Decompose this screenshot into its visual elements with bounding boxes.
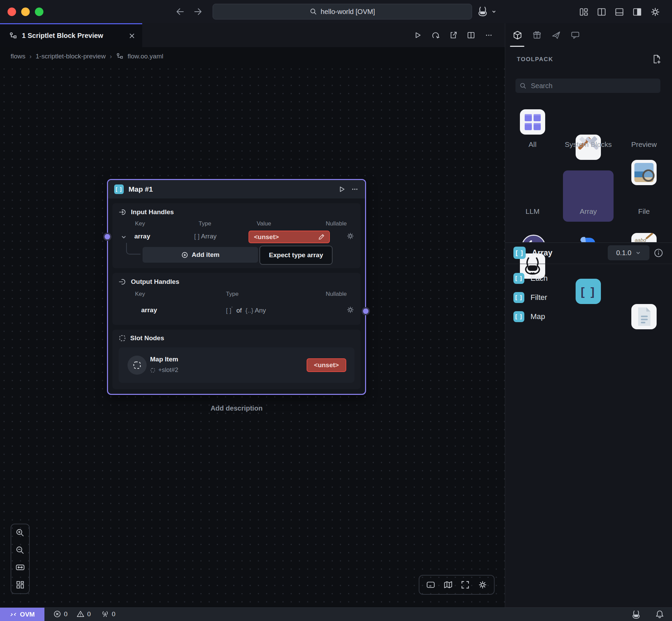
slot-avatar-icon — [127, 356, 147, 375]
slot-item-card[interactable]: Map Item +slot#2 <unset> — [119, 347, 354, 383]
column-header-key: Key — [135, 220, 145, 227]
breadcrumb-flow-folder[interactable]: 1-scriptlet-block-preview — [36, 53, 106, 60]
version-value: 0.1.0 — [616, 249, 631, 257]
problems-warnings[interactable]: 0 — [77, 610, 91, 618]
tool-file-icon[interactable] — [631, 304, 657, 329]
broadcast-count: 0 — [112, 610, 116, 618]
node-title: Map #1 — [129, 185, 333, 193]
output-row-type: [ ]ˇ of {..} Any — [226, 306, 266, 314]
minimap-icon[interactable] — [443, 580, 453, 590]
fullscreen-icon[interactable] — [460, 580, 470, 590]
tab-publish-rocket-icon[interactable] — [551, 30, 561, 40]
column-header-type: Type — [226, 291, 239, 298]
tool-preview-icon[interactable] — [631, 160, 657, 185]
zoom-out-icon[interactable] — [15, 546, 25, 555]
breadcrumb-flows[interactable]: flows — [11, 53, 25, 60]
broadcast-status[interactable]: 0 — [101, 610, 116, 618]
forward-button[interactable] — [193, 6, 203, 17]
breadcrumb: flows › 1-scriptlet-block-preview › flow… — [11, 51, 163, 61]
slot-value-badge[interactable]: <unset> — [307, 358, 346, 372]
run-node-icon[interactable] — [338, 185, 346, 193]
close-tab-icon[interactable] — [129, 32, 135, 39]
output-handles-section: Output Handles Key Type Nullable array [… — [112, 273, 361, 325]
edit-pencil-icon[interactable] — [318, 233, 325, 240]
new-toolpack-icon[interactable] — [651, 54, 662, 64]
array-item-each[interactable]: [ ] Each — [513, 273, 548, 284]
tool-llm-label: LLM — [507, 206, 558, 217]
tab-gift-icon[interactable] — [532, 30, 542, 40]
slot-nodes-icon — [119, 334, 126, 342]
version-select[interactable]: 0.1.0 — [608, 245, 649, 260]
canvas-settings-gear-icon[interactable] — [478, 580, 487, 590]
search-icon — [520, 82, 527, 89]
export-file-icon[interactable] — [449, 31, 458, 40]
remote-icon — [10, 611, 17, 618]
input-row-key: array — [134, 233, 150, 240]
settings-gear-icon[interactable] — [650, 7, 660, 17]
rabbit-logo-icon — [476, 5, 489, 18]
row-settings-gear-icon[interactable] — [346, 306, 354, 314]
toolpack-search-input[interactable] — [515, 79, 660, 93]
info-icon[interactable] — [654, 248, 663, 258]
assistant-status-icon[interactable] — [630, 608, 642, 620]
fit-view-icon[interactable] — [15, 563, 25, 572]
run-flow-icon[interactable] — [413, 31, 422, 40]
column-header-type: Type — [199, 220, 211, 227]
auto-layout-icon[interactable] — [15, 580, 25, 590]
tool-all-icon[interactable] — [520, 109, 545, 135]
array-item-label: Filter — [530, 293, 547, 302]
section-title: Output Handles — [131, 278, 179, 286]
tab-toolpack-cube-icon[interactable] — [512, 30, 523, 40]
app-window: hello-world [OVM] 1 Scriptlet Block Prev… — [0, 0, 672, 621]
zoom-in-icon[interactable] — [15, 528, 25, 538]
column-header-nullable: Nullable — [326, 291, 347, 298]
layout-grid-icon[interactable] — [579, 7, 589, 17]
input-handles-icon — [119, 208, 127, 216]
bottom-panel-icon[interactable] — [426, 580, 435, 590]
expand-row-chevron-icon[interactable] — [121, 234, 127, 240]
section-title: Slot Nodes — [130, 334, 164, 342]
toggle-right-panel-icon[interactable] — [632, 7, 642, 17]
breadcrumb-file[interactable]: flow.oo.yaml — [127, 53, 163, 60]
mode-label: OVM — [20, 611, 35, 618]
panel-divider — [505, 243, 672, 243]
split-columns-icon[interactable] — [597, 7, 606, 17]
output-handles-icon — [119, 278, 127, 286]
array-panel-title: Array — [532, 248, 552, 258]
array-item-map[interactable]: [ ] Map — [513, 311, 545, 322]
input-value-field[interactable]: <unset> — [248, 231, 330, 243]
maximize-window-button[interactable] — [35, 8, 43, 16]
minimize-window-button[interactable] — [21, 8, 30, 16]
rerun-icon[interactable] — [431, 31, 440, 40]
node-header[interactable]: [ ] Map #1 — [108, 180, 365, 198]
add-description-button[interactable]: Add description — [107, 404, 366, 412]
array-item-filter[interactable]: [ ] Filter — [513, 292, 547, 303]
split-rows-icon[interactable] — [615, 7, 624, 17]
global-search-bar[interactable]: hello-world [OVM] — [213, 4, 472, 19]
tab-scriptlet-block-preview[interactable]: 1 Scriptlet Block Preview — [0, 23, 142, 47]
assistant-menu-button[interactable] — [476, 5, 496, 18]
panel-divider — [505, 264, 672, 264]
map-node[interactable]: [ ] Map #1 Input Handles Key Type Value … — [107, 179, 366, 395]
toolpack-search-field[interactable] — [530, 82, 656, 90]
row-settings-gear-icon[interactable] — [346, 232, 354, 240]
back-button[interactable] — [175, 6, 185, 17]
problems-errors[interactable]: 0 — [53, 610, 68, 618]
tool-array-icon[interactable]: [ ] — [576, 279, 601, 304]
close-window-button[interactable] — [8, 8, 16, 16]
slot-nodes-section: Slot Nodes Map Item +slot#2 <unset> — [112, 330, 361, 389]
notifications-bell-icon[interactable] — [655, 609, 664, 619]
remote-mode-button[interactable]: OVM — [0, 608, 44, 621]
split-editor-icon[interactable] — [467, 31, 475, 40]
tab-comments-icon[interactable] — [570, 30, 580, 40]
array-block-icon: [ ] — [513, 311, 524, 322]
output-connection-handle[interactable] — [362, 307, 370, 315]
array-item-label: Each — [530, 274, 548, 283]
sidebar-tabs — [505, 23, 672, 47]
add-item-button[interactable]: Add item — [143, 247, 258, 263]
input-connection-handle[interactable] — [103, 233, 111, 241]
tree-connector — [126, 243, 140, 254]
more-actions-icon[interactable] — [484, 31, 493, 40]
node-more-icon[interactable] — [351, 185, 359, 193]
breadcrumb-separator: › — [29, 53, 31, 60]
